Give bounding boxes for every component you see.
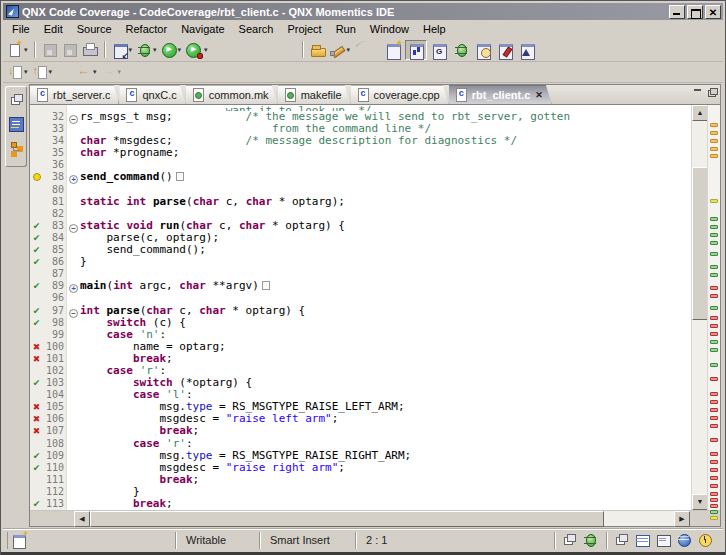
overview-mark-yellow[interactable] xyxy=(710,199,718,203)
menu-navigate[interactable]: Navigate xyxy=(174,21,231,37)
run-button[interactable]: ▾ xyxy=(159,40,184,60)
maximize-editor-icon[interactable] xyxy=(707,87,717,96)
minimize-editor-icon[interactable] xyxy=(693,87,703,96)
dropdown-arrow-icon[interactable]: ▾ xyxy=(204,46,208,54)
profiler-fastview-button[interactable] xyxy=(695,530,715,550)
overview-mark-red[interactable] xyxy=(710,316,718,320)
overview-mark-red[interactable] xyxy=(710,324,718,328)
overview-mark-red[interactable] xyxy=(710,408,718,412)
debug-button[interactable]: ▾ xyxy=(134,40,159,60)
overview-mark-orange[interactable] xyxy=(710,139,718,143)
overview-mark-green[interactable] xyxy=(710,340,718,344)
folded-region-icon[interactable] xyxy=(262,281,270,290)
coverage-report-fastview-button[interactable] xyxy=(632,530,652,550)
restore-fastview-button[interactable] xyxy=(559,530,579,550)
dropdown-arrow-icon[interactable]: ▾ xyxy=(178,46,182,54)
overview-mark-red[interactable] xyxy=(710,484,718,488)
tab-rbt_server.c[interactable]: rbt_server.c xyxy=(30,85,119,104)
overview-mark-red[interactable] xyxy=(710,492,718,496)
overview-mark-red[interactable] xyxy=(710,416,718,420)
back-button[interactable]: ▾ xyxy=(74,62,99,82)
save-all-button[interactable] xyxy=(60,40,80,60)
overview-mark-red[interactable] xyxy=(710,294,718,298)
dropdown-arrow-icon[interactable]: ▾ xyxy=(118,68,122,76)
profile-button[interactable]: ▾ xyxy=(183,40,210,60)
scroll-down-arrow[interactable]: ▼ xyxy=(692,494,708,510)
overview-mark-red[interactable] xyxy=(710,468,718,472)
dropdown-arrow-icon[interactable]: ▾ xyxy=(129,46,133,54)
horizontal-scrollbar-thumb[interactable] xyxy=(90,511,604,527)
scroll-left-arrow[interactable]: ◀ xyxy=(74,511,90,527)
scroll-up-arrow[interactable]: ▲ xyxy=(692,105,708,121)
forward-button[interactable]: ▾ xyxy=(99,62,124,82)
overview-mark-green[interactable] xyxy=(710,233,718,237)
new-button[interactable]: ▾ xyxy=(5,40,30,60)
overview-mark-orange[interactable] xyxy=(710,131,718,135)
menu-source[interactable]: Source xyxy=(70,21,119,37)
save-button[interactable] xyxy=(40,40,60,60)
menu-window[interactable]: Window xyxy=(363,21,416,37)
dropdown-arrow-icon[interactable]: ▾ xyxy=(93,68,97,76)
overview-mark-orange[interactable] xyxy=(710,154,718,158)
overview-mark-red[interactable] xyxy=(710,332,718,336)
cpp-perspective-button[interactable] xyxy=(429,40,449,60)
dropdown-arrow-icon[interactable]: ▾ xyxy=(347,46,351,54)
close-tab-icon[interactable]: ✕ xyxy=(535,90,543,100)
folded-region-icon[interactable] xyxy=(176,172,184,181)
scroll-right-arrow[interactable]: ▶ xyxy=(674,511,690,527)
tab-rbt_client.c[interactable]: rbt_client.c✕ xyxy=(449,85,552,104)
overview-mark-red[interactable] xyxy=(710,377,718,381)
system-profiler-perspective-button[interactable] xyxy=(473,40,493,60)
code-editor[interactable]: want it to look up */32−rs_msgs_t msg; /… xyxy=(30,105,691,510)
overview-mark-orange[interactable] xyxy=(710,147,718,151)
dropdown-arrow-icon[interactable]: ▾ xyxy=(153,46,157,54)
tab-qnxC.c[interactable]: qnxC.c xyxy=(119,85,185,104)
restore-views-button[interactable] xyxy=(6,90,26,110)
overview-mark-orange[interactable] xyxy=(710,123,718,127)
horizontal-scroll-track[interactable] xyxy=(90,511,674,526)
build-button[interactable]: ▾ xyxy=(110,40,135,60)
overview-mark-red[interactable] xyxy=(710,400,718,404)
previous-annotation-button[interactable]: ▾ xyxy=(30,62,55,82)
minimize-button[interactable] xyxy=(669,5,685,19)
menu-refactor[interactable]: Refactor xyxy=(119,21,175,37)
dropdown-arrow-icon[interactable]: ▾ xyxy=(49,68,53,76)
dropdown-arrow-icon[interactable]: ▾ xyxy=(24,46,28,54)
application-profiler-perspective-button[interactable] xyxy=(495,40,515,60)
menu-file[interactable]: File xyxy=(5,21,37,37)
menu-help[interactable]: Help xyxy=(416,21,453,37)
tab-coverage.cpp[interactable]: coverage.cpp xyxy=(351,85,449,104)
overview-mark-green[interactable] xyxy=(710,363,718,367)
overview-mark-green[interactable] xyxy=(710,348,718,352)
overview-mark-green[interactable] xyxy=(710,241,718,245)
open-perspective-button[interactable] xyxy=(383,40,403,60)
menu-project[interactable]: Project xyxy=(280,21,328,37)
tab-makefile[interactable]: makefile xyxy=(278,85,351,104)
overview-mark-red[interactable] xyxy=(710,452,718,456)
overview-mark-red[interactable] xyxy=(710,438,718,442)
type-hierarchy-view-button[interactable] xyxy=(6,138,26,158)
dropdown-arrow-icon[interactable]: ▾ xyxy=(24,68,28,76)
overview-mark-red[interactable] xyxy=(710,476,718,480)
tab-common.mk[interactable]: common.mk xyxy=(186,85,278,104)
menu-edit[interactable]: Edit xyxy=(37,21,70,37)
overview-mark-red[interactable] xyxy=(710,424,718,428)
overview-mark-green[interactable] xyxy=(710,306,718,310)
code-coverage-perspective-button[interactable] xyxy=(405,40,427,60)
overview-mark-red[interactable] xyxy=(710,392,718,396)
open-file-button[interactable] xyxy=(308,40,328,60)
overview-mark-green[interactable] xyxy=(710,225,718,229)
console-fastview-button[interactable] xyxy=(653,530,673,550)
overview-mark-green[interactable] xyxy=(710,252,718,256)
projects-view-button[interactable] xyxy=(6,114,26,134)
overview-ruler[interactable] xyxy=(707,105,720,510)
overview-mark-red[interactable] xyxy=(710,286,718,290)
highlight-button[interactable]: ▾ xyxy=(328,40,353,60)
overview-mark-red[interactable] xyxy=(710,460,718,464)
vertical-scrollbar-thumb[interactable] xyxy=(692,167,708,320)
overview-mark-yellow[interactable] xyxy=(710,516,718,520)
overview-mark-green[interactable] xyxy=(710,273,718,277)
maximize-button[interactable] xyxy=(687,5,703,19)
debug-fastview-button[interactable] xyxy=(580,530,600,550)
close-button[interactable] xyxy=(705,5,721,19)
